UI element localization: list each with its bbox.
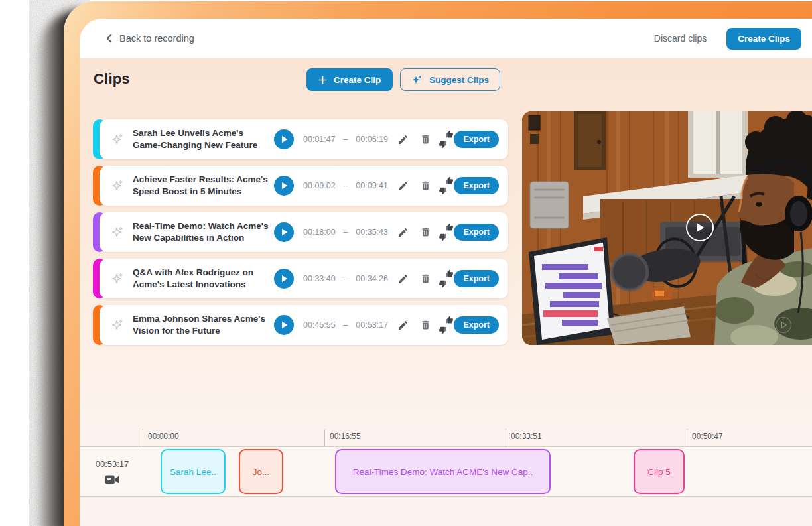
time-separator: –: [344, 228, 348, 237]
play-icon: [281, 321, 288, 329]
back-label: Back to recording: [119, 33, 194, 44]
clip-title: Real-Time Demo: Watch Acme's New Capabil…: [133, 220, 269, 244]
timeline-tick-label: 00:16:55: [330, 432, 361, 441]
play-icon: [281, 135, 288, 143]
clip-end-time: 00:06:19: [356, 135, 388, 144]
suggest-clips-button[interactable]: Suggest Clips: [400, 68, 500, 91]
pencil-icon: [397, 180, 409, 192]
edit-clip-button[interactable]: [397, 134, 409, 145]
trash-icon: [420, 319, 431, 331]
create-clips-button[interactable]: Create Clips: [726, 28, 801, 50]
play-icon: [281, 182, 288, 190]
thumbs-down-icon: [439, 279, 447, 288]
edit-clip-button[interactable]: [397, 320, 409, 331]
clip-title: Q&A with Alex Rodriguez on Acme's Latest…: [133, 267, 269, 291]
thumbs-down-button[interactable]: [439, 326, 454, 334]
trash-icon: [420, 226, 431, 238]
export-clip-button[interactable]: Export: [454, 177, 499, 194]
thumbs-down-button[interactable]: [439, 233, 454, 241]
delete-clip-button[interactable]: [420, 226, 431, 238]
thumbs-up-button[interactable]: [439, 223, 454, 231]
clip-card: Emma Johnson Shares Acme's Vision for th…: [100, 305, 508, 345]
plus-icon: [318, 76, 327, 84]
clip-play-button[interactable]: [274, 176, 294, 196]
thumbs-down-button[interactable]: [439, 186, 454, 195]
video-camera-icon: [105, 473, 119, 486]
thumbs-up-button[interactable]: [439, 176, 454, 185]
timeline-segment-label: Clip 5: [647, 467, 671, 477]
edit-clip-button[interactable]: [397, 273, 409, 285]
clip-time-range: 00:18:00 – 00:35:43: [303, 228, 388, 237]
export-clip-button[interactable]: Export: [454, 131, 499, 148]
timeline-clip-segment[interactable]: Real-Times Demo: Watch ACME's New Cap..: [335, 449, 551, 494]
timeline-tick-label: 00:50:47: [692, 432, 723, 441]
clip-row: Q&A with Alex Rodriguez on Acme's Latest…: [93, 259, 508, 298]
timeline-tick: [506, 429, 506, 446]
clip-start-time: 00:45:55: [303, 320, 336, 330]
clip-rating: [439, 130, 454, 149]
thumbs-up-button[interactable]: [439, 130, 454, 139]
thumbs-up-icon: [445, 130, 454, 139]
export-clip-button[interactable]: Export: [454, 224, 499, 241]
delete-clip-button[interactable]: [420, 180, 431, 192]
export-clip-button[interactable]: Export: [454, 270, 499, 287]
timeline-clip-segment[interactable]: Jo...: [239, 449, 283, 494]
clip-title: Achieve Faster Results: Acme's Speed Boo…: [133, 174, 269, 198]
thumbs-down-icon: [439, 326, 447, 334]
trash-icon: [420, 180, 431, 192]
pencil-icon: [397, 134, 409, 145]
sparkle-icon: [110, 318, 125, 332]
clip-title: Sarah Lee Unveils Acme's Game-Changing N…: [133, 127, 269, 151]
clip-row: Sarah Lee Unveils Acme's Game-Changing N…: [93, 119, 508, 159]
thumbs-up-icon: [445, 223, 454, 231]
clip-end-time: 00:53:17: [356, 320, 388, 330]
thumbs-down-icon: [439, 140, 447, 149]
clip-row: Real-Time Demo: Watch Acme's New Capabil…: [93, 212, 508, 252]
thumbs-down-button[interactable]: [439, 140, 454, 149]
clip-card: Achieve Faster Results: Acme's Speed Boo…: [100, 166, 508, 206]
sparkle-icon: [110, 271, 125, 286]
clip-start-time: 00:33:40: [303, 274, 336, 283]
thumbs-up-button[interactable]: [439, 316, 454, 324]
timeline-clip-segment[interactable]: Clip 5: [634, 449, 685, 494]
timeline-tick-label: 00:00:00: [148, 432, 179, 441]
podcast-video-still: [522, 111, 812, 345]
delete-clip-button[interactable]: [420, 319, 431, 331]
clip-title: Emma Johnson Shares Acme's Vision for th…: [133, 313, 269, 337]
thumbs-up-icon: [445, 269, 454, 278]
thumbs-down-icon: [439, 186, 447, 195]
sparkle-icon: [110, 178, 125, 193]
trash-icon: [420, 273, 431, 285]
clip-rating: [439, 316, 454, 334]
time-separator: –: [344, 320, 348, 330]
time-separator: –: [344, 135, 348, 144]
clip-time-range: 00:45:55 – 00:53:17: [303, 320, 388, 330]
clip-list: Sarah Lee Unveils Acme's Game-Changing N…: [93, 119, 508, 352]
pencil-icon: [397, 320, 409, 331]
clip-end-time: 00:34:26: [356, 274, 388, 283]
video-play-button[interactable]: [686, 214, 714, 241]
clip-start-time: 00:01:47: [303, 135, 336, 144]
edit-clip-button[interactable]: [397, 227, 409, 238]
delete-clip-button[interactable]: [420, 273, 431, 285]
create-clip-button[interactable]: Create Clip: [306, 68, 393, 91]
thumbs-up-icon: [445, 176, 454, 185]
pencil-icon: [397, 273, 409, 285]
edit-clip-button[interactable]: [397, 180, 409, 192]
clip-time-range: 00:01:47 – 00:06:19: [303, 135, 388, 144]
clip-play-button[interactable]: [274, 315, 294, 335]
thumbs-down-button[interactable]: [439, 279, 454, 288]
export-clip-button[interactable]: Export: [454, 316, 499, 334]
thumbs-up-icon: [445, 316, 454, 324]
clip-play-button[interactable]: [274, 129, 294, 149]
clip-play-button[interactable]: [274, 269, 294, 289]
timeline-clip-segment[interactable]: Sarah Lee..: [161, 449, 226, 494]
back-to-recording-link[interactable]: Back to recording: [106, 33, 194, 44]
app-window: Back to recording Discard clips Create C…: [80, 19, 812, 526]
delete-clip-button[interactable]: [420, 133, 431, 145]
thumbs-up-button[interactable]: [439, 269, 454, 278]
timeline-tick: [143, 429, 143, 446]
discard-clips-button[interactable]: Discard clips: [654, 33, 707, 44]
clip-start-time: 00:09:02: [303, 181, 336, 190]
clip-play-button[interactable]: [274, 222, 294, 242]
